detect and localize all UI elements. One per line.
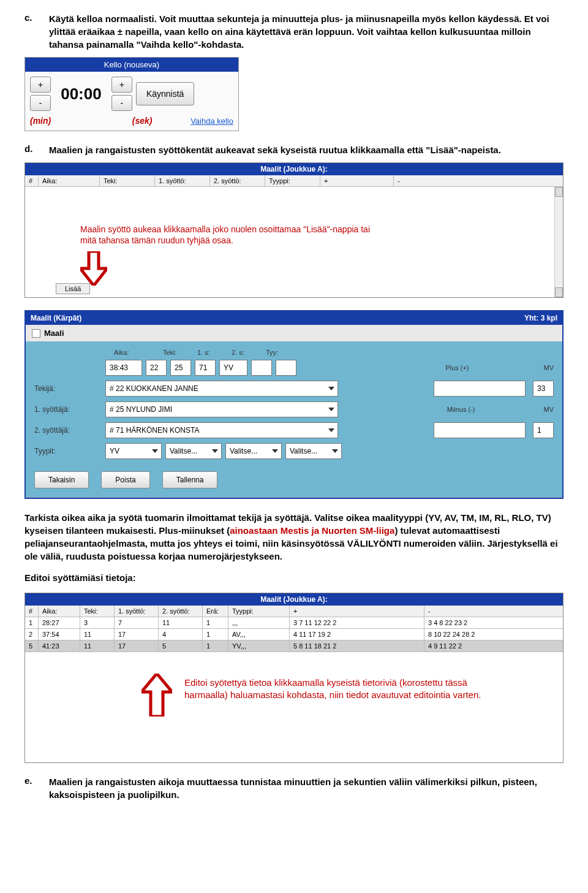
head-teki: Teki: <box>163 349 185 356</box>
table-row-selected[interactable]: 5 41:23 11 17 5 1 YV,,, 5 8 11 18 21 2 4… <box>25 640 563 652</box>
tyypit-label: Tyypit: <box>34 447 102 455</box>
cell: 8 10 22 24 28 2 <box>424 629 563 640</box>
s2-input[interactable] <box>195 360 216 376</box>
table-row[interactable]: 1 28:27 3 7 11 1 ,,, 3 7 11 12 22 2 3 4 … <box>25 617 563 629</box>
cell: 17 <box>115 629 159 640</box>
cell: 3 4 8 22 23 2 <box>424 617 563 628</box>
cell: ,,, <box>228 617 290 628</box>
right-block: Plus (+) MV <box>445 364 554 371</box>
cell: 3 <box>80 617 115 628</box>
sec-plus-button[interactable]: + <box>111 77 132 93</box>
form-actions: Takaisin Poista Tallenna <box>26 471 562 497</box>
kello-widget: Kello (nouseva) + - 00:00 + - Käynnistä … <box>24 57 239 131</box>
list-marker: d. <box>24 143 49 156</box>
form-row-s2: 2. syöttäjä: # 71 HÄRKÖNEN KONSTA <box>34 422 554 438</box>
takaisin-button[interactable]: Takaisin <box>34 471 89 488</box>
head-1s: 1. s: <box>197 349 219 356</box>
cell: 11 <box>80 640 115 652</box>
col-tyyppi: Tyyppi: <box>265 175 320 186</box>
form-row-s1: 1. syöttäjä: # 25 NYLUND JIMI Miinus (-)… <box>34 401 554 417</box>
doc-item-e: e. Maalien ja rangaistusten aikoja muutt… <box>24 775 564 801</box>
col-plus: + <box>320 175 394 186</box>
second-buttons: + - <box>111 77 132 111</box>
col-1syotto: 1. syöttö: <box>115 606 159 617</box>
plus-input[interactable] <box>434 381 526 397</box>
aika-input[interactable] <box>105 360 142 376</box>
blank2-input[interactable] <box>276 360 296 376</box>
cell: 4 9 11 22 2 <box>424 640 563 652</box>
s1-select[interactable]: # 25 NYLUND JIMI <box>105 401 338 417</box>
col-num: # <box>25 606 39 617</box>
subwindow-title: Maali <box>44 329 64 338</box>
min-label: (min) <box>30 116 51 126</box>
list-marker: e. <box>24 775 49 801</box>
table-row[interactable]: 2 37:54 11 17 4 1 AV,,, 4 11 17 19 2 8 1… <box>25 629 563 640</box>
cell: 5 <box>25 640 39 652</box>
editoi-heading: Editoi syöttämiäsi tietoja: <box>24 571 564 584</box>
tekija-select[interactable]: # 22 KUOKKANEN JANNE <box>105 381 338 397</box>
cell: 1 <box>203 617 228 628</box>
list-text: Maalien ja rangaistusten syöttökentät au… <box>49 143 564 156</box>
tyy3-value: Valitse... <box>230 447 257 455</box>
hint-line1: Maalin syöttö aukeaa klikkaamalla joko n… <box>80 224 370 234</box>
vaihda-kello-link[interactable]: Vaihda kello <box>190 116 233 126</box>
tyy4-select[interactable]: Valitse... <box>285 443 342 459</box>
right-block <box>434 381 554 397</box>
head-2s: 2. s: <box>232 349 254 356</box>
sek-label: (sek) <box>132 116 153 126</box>
min-minus-button[interactable]: - <box>30 95 51 111</box>
cell: 1 <box>203 629 228 640</box>
text-rest: syöttökentät aukeavat sekä kyseistä ruut… <box>158 145 501 155</box>
cell: 17 <box>115 640 159 652</box>
form-row-tekija: Tekijä: # 22 KUOKKANEN JANNE <box>34 381 554 397</box>
cell: 7 <box>115 617 159 628</box>
s2-select[interactable]: # 71 HÄRKÖNEN KONSTA <box>105 422 338 438</box>
mv1-input[interactable] <box>533 381 554 397</box>
mv2-input[interactable] <box>533 422 554 438</box>
paragraph-tarkista: Tarkista oikea aika ja syötä tuomarin il… <box>24 511 564 563</box>
tyy-input[interactable] <box>219 360 247 376</box>
col-num: # <box>25 175 39 186</box>
start-button[interactable]: Käynnistä <box>136 82 194 105</box>
tyy1-select[interactable]: YV <box>105 443 162 459</box>
minus-label: Miinus (-) <box>447 406 475 413</box>
col-plus: + <box>290 606 424 617</box>
col-teki: Teki: <box>80 606 115 617</box>
sec-minus-button[interactable]: - <box>111 95 132 111</box>
text-prefix: Maalien ja rangaistusten <box>49 145 158 155</box>
cell: 11 <box>80 629 115 640</box>
editor-title: Maalit (Kärpät) <box>31 314 81 322</box>
poista-button[interactable]: Poista <box>101 471 149 488</box>
table-body-empty[interactable]: Maalin syöttö aukeaa klikkaamalla joko n… <box>25 187 563 297</box>
panel-title: Maalit (Joukkue A): <box>25 163 563 175</box>
cell: 4 11 17 19 2 <box>290 629 424 640</box>
right-block: Miinus (-) MV <box>447 406 554 413</box>
table-header-row: # Aika: Teki: 1. syöttö: 2. syöttö: Tyyp… <box>25 175 563 187</box>
col-aika: Aika: <box>39 175 100 186</box>
maali-form: Aika: Teki: 1. s: 2. s: Tyy: Plus (+) MV <box>26 341 562 471</box>
blank1-input[interactable] <box>251 360 272 376</box>
para-accent: ainoastaan Mestis ja Nuorten SM-liiga <box>230 525 394 536</box>
min-plus-button[interactable]: + <box>30 77 51 93</box>
teki-input[interactable] <box>146 360 167 376</box>
s1-input[interactable] <box>170 360 191 376</box>
tyy2-select[interactable]: Valitse... <box>165 443 222 459</box>
editor-count: Yht: 3 kpl <box>524 314 557 322</box>
window-icon <box>32 329 40 338</box>
cell: 1 <box>203 640 228 652</box>
col-minus: - <box>394 175 563 186</box>
arrow-up-icon <box>141 674 172 716</box>
tallenna-button[interactable]: Tallenna <box>162 471 218 488</box>
maalit-empty-panel: Maalit (Joukkue A): # Aika: Teki: 1. syö… <box>24 162 564 298</box>
doc-item-d: d. Maalien ja rangaistusten syöttökentät… <box>24 143 564 156</box>
edit-hint-text: Editoi syötettyä tietoa klikkaamalla kys… <box>184 677 503 701</box>
minus-input[interactable] <box>434 422 526 438</box>
lisaa-button[interactable]: Lisää <box>56 283 90 294</box>
tyy3-select[interactable]: Valitse... <box>225 443 282 459</box>
col-aika: Aika: <box>39 606 80 617</box>
list-text: Maalien ja rangaistusten aikoja muuttaes… <box>49 775 564 801</box>
s2-value: # 71 HÄRKÖNEN KONSTA <box>110 426 199 435</box>
scrollbar[interactable] <box>554 187 563 297</box>
tyy4-value: Valitse... <box>290 447 317 455</box>
cell: 1 <box>25 617 39 628</box>
